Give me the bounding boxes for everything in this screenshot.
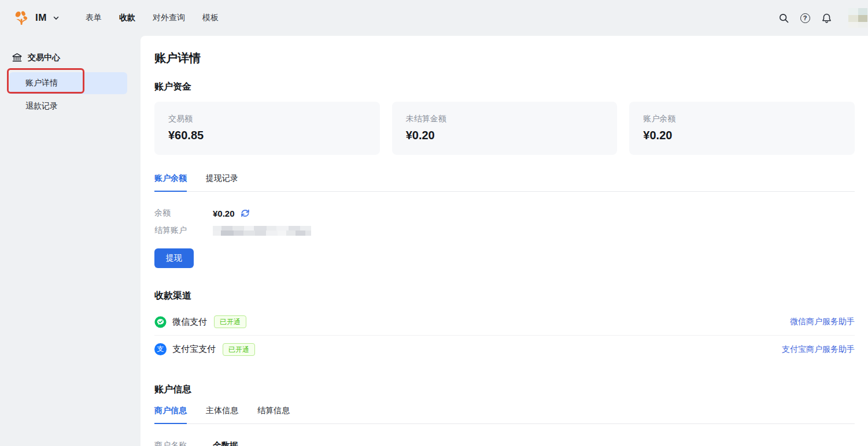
balance-value: ¥0.20 xyxy=(213,209,235,218)
workspace-name: IM xyxy=(35,12,47,24)
status-badge: 已开通 xyxy=(214,315,246,328)
fund-card-label: 交易额 xyxy=(168,114,366,124)
fund-card-label: 未结算金额 xyxy=(406,114,604,124)
topbar-actions: ? xyxy=(778,8,868,28)
withdraw-button[interactable]: 提现 xyxy=(154,248,194,268)
channel-name: 支付宝支付 xyxy=(172,344,216,355)
fund-card-unsettled-amount: 未结算金额 ¥0.20 xyxy=(392,102,618,155)
refresh-icon[interactable] xyxy=(241,209,250,218)
channels-section-heading: 收款渠道 xyxy=(154,289,855,303)
tab-withdrawal-records[interactable]: 提现记录 xyxy=(206,173,238,192)
channel-row-alipay: 支 支付宝支付 已开通 支付宝商户服务助手 xyxy=(154,336,855,363)
fund-card-label: 账户余额 xyxy=(643,114,841,124)
top-bar: IM 表单 收款 对外查询 模板 ? xyxy=(0,0,868,36)
settlement-account-row: 结算账户 xyxy=(154,222,855,239)
notifications-bell-icon[interactable] xyxy=(821,12,832,24)
tab-subject-info[interactable]: 主体信息 xyxy=(206,406,238,424)
question-glyph: ? xyxy=(800,13,810,23)
wechat-pay-icon xyxy=(154,316,167,328)
wechat-merchant-assistant-link[interactable]: 微信商户服务助手 xyxy=(790,317,855,327)
fund-card-value: ¥60.85 xyxy=(168,129,366,142)
jinshuju-logo-icon xyxy=(14,10,29,26)
nav-tab-payments[interactable]: 收款 xyxy=(110,7,144,29)
merchant-name-label: 商户名称 xyxy=(154,440,213,446)
merchant-name-value: 金数据 xyxy=(213,440,238,446)
settlement-account-label: 结算账户 xyxy=(154,225,213,236)
user-avatar[interactable] xyxy=(848,8,868,28)
tab-account-balance[interactable]: 账户余额 xyxy=(154,173,187,192)
alipay-icon: 支 xyxy=(154,343,167,355)
sidebar-item-account-details[interactable]: 账户详情 xyxy=(9,72,127,94)
page-title: 账户详情 xyxy=(154,50,855,66)
status-badge: 已开通 xyxy=(223,343,255,356)
main-content: 账户详情 账户资金 交易额 ¥60.85 未结算金额 ¥0.20 账户余额 ¥0… xyxy=(141,36,868,446)
chevron-down-icon xyxy=(52,14,60,22)
alipay-merchant-assistant-link[interactable]: 支付宝商户服务助手 xyxy=(782,344,855,355)
fund-card-value: ¥0.20 xyxy=(406,129,604,142)
nav-tab-templates[interactable]: 模板 xyxy=(194,7,227,29)
account-info-tabs: 商户信息 主体信息 结算信息 xyxy=(154,406,855,424)
sidebar-item-refund-records[interactable]: 退款记录 xyxy=(9,95,127,117)
channel-row-wechat: 微信支付 已开通 微信商户服务助手 xyxy=(154,309,855,336)
tab-settlement-info[interactable]: 结算信息 xyxy=(257,406,290,424)
sidebar: 交易中心 账户详情 退款记录 xyxy=(0,36,141,446)
balance-row: 余额 ¥0.20 xyxy=(154,205,855,222)
primary-nav: 表单 收款 对外查询 模板 xyxy=(77,7,227,29)
fund-card-value: ¥0.20 xyxy=(643,129,841,142)
funds-section-heading: 账户资金 xyxy=(154,80,855,94)
merchant-name-row: 商户名称 金数据 xyxy=(154,437,855,446)
sidebar-group-label: 交易中心 xyxy=(28,53,60,63)
search-icon[interactable] xyxy=(778,12,789,24)
bank-building-icon xyxy=(12,52,23,63)
help-icon[interactable]: ? xyxy=(799,12,811,24)
fund-card-transaction-amount: 交易额 ¥60.85 xyxy=(154,102,380,155)
fund-card-account-balance: 账户余额 ¥0.20 xyxy=(629,102,855,155)
account-info-section-heading: 账户信息 xyxy=(154,382,855,396)
channel-name: 微信支付 xyxy=(172,317,207,328)
balance-tabs: 账户余额 提现记录 xyxy=(154,173,855,192)
channel-rows: 微信支付 已开通 微信商户服务助手 支 支付宝支付 已开通 支付宝商户服务助手 xyxy=(154,309,855,363)
merchant-info-rows: 商户名称 金数据 xyxy=(154,437,855,446)
fund-cards: 交易额 ¥60.85 未结算金额 ¥0.20 账户余额 ¥0.20 xyxy=(154,102,855,155)
tab-merchant-info[interactable]: 商户信息 xyxy=(154,406,187,424)
nav-tab-external-query[interactable]: 对外查询 xyxy=(144,7,194,29)
settlement-account-value-redacted xyxy=(213,226,311,236)
brand-switcher[interactable]: IM xyxy=(14,10,60,26)
balance-label: 余额 xyxy=(154,208,213,218)
nav-tab-forms[interactable]: 表单 xyxy=(77,7,110,29)
sidebar-group-trade-center[interactable]: 交易中心 xyxy=(0,52,141,63)
balance-details: 余额 ¥0.20 结算账户 xyxy=(154,205,855,239)
